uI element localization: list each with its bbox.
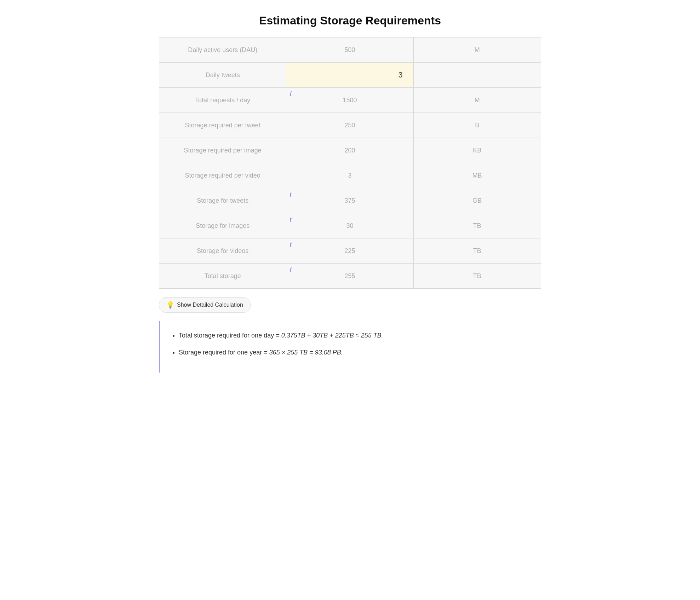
row-value: f255 <box>286 264 413 288</box>
table-row: Storage for videosf225TB <box>159 238 541 263</box>
value-text: 500 <box>344 46 355 54</box>
table-row: Storage for tweetsf375GB <box>159 188 541 213</box>
value-text: 250 <box>344 122 355 129</box>
page-title: Estimating Storage Requirements <box>159 14 541 27</box>
row-label: Storage required per image <box>159 138 286 163</box>
row-unit: TB <box>414 264 541 288</box>
table-row: Daily tweets3 <box>159 62 541 87</box>
row-unit: B <box>414 113 541 138</box>
row-unit: TB <box>414 213 541 238</box>
value-text: 200 <box>344 147 355 154</box>
formula-indicator: f <box>290 241 291 247</box>
row-value: f225 <box>286 238 413 263</box>
row-value: f375 <box>286 188 413 213</box>
value-text: 225 <box>344 247 355 255</box>
row-label: Storage for videos <box>159 238 286 263</box>
row-label: Storage for images <box>159 213 286 238</box>
value-text: 3 <box>348 172 351 179</box>
table-row: Storage required per video3MB <box>159 163 541 188</box>
row-value: 500 <box>286 38 413 62</box>
storage-table: Daily active users (DAU)500MDaily tweets… <box>159 37 541 289</box>
table-row: Total requests / dayf1500M <box>159 87 541 112</box>
row-value: f1500 <box>286 88 413 112</box>
detail-list-item: Total storage required for one day = 0.3… <box>179 330 530 341</box>
row-label: Total requests / day <box>159 88 286 112</box>
table-row: Storage required per image200KB <box>159 138 541 163</box>
detail-list: Total storage required for one day = 0.3… <box>172 330 530 358</box>
value-text: 30 <box>346 222 353 230</box>
row-unit: M <box>414 88 541 112</box>
detail-button-container: 💡 Show Detailed Calculation <box>159 297 541 313</box>
row-value[interactable]: 3 <box>286 63 413 87</box>
row-value: 3 <box>286 163 413 188</box>
row-unit: M <box>414 38 541 62</box>
lightbulb-icon: 💡 <box>166 301 174 309</box>
row-unit: TB <box>414 238 541 263</box>
row-label: Total storage <box>159 264 286 288</box>
table-row: Storage required per tweet250B <box>159 112 541 138</box>
row-unit: MB <box>414 163 541 188</box>
formula-indicator: f <box>290 191 291 197</box>
row-label: Storage required per video <box>159 163 286 188</box>
detail-button-label: Show Detailed Calculation <box>177 302 243 308</box>
value-text: 375 <box>344 197 355 204</box>
formula-indicator: f <box>290 91 291 97</box>
row-label: Daily active users (DAU) <box>159 38 286 62</box>
formula-indicator: f <box>290 266 291 272</box>
value-text: 3 <box>398 70 402 80</box>
row-label: Daily tweets <box>159 63 286 87</box>
row-value: f30 <box>286 213 413 238</box>
value-text: 1500 <box>343 97 357 104</box>
row-unit <box>414 63 541 87</box>
detail-panel: Total storage required for one day = 0.3… <box>159 321 541 373</box>
row-label: Storage for tweets <box>159 188 286 213</box>
detail-list-item: Storage required for one year = 365 × 25… <box>179 347 530 358</box>
table-row: Storage for imagesf30TB <box>159 213 541 238</box>
show-detail-button[interactable]: 💡 Show Detailed Calculation <box>159 297 251 313</box>
table-row: Total storagef255TB <box>159 263 541 289</box>
formula-indicator: f <box>290 216 291 222</box>
value-text: 255 <box>344 272 355 280</box>
row-unit: GB <box>414 188 541 213</box>
table-row: Daily active users (DAU)500M <box>159 37 541 62</box>
row-label: Storage required per tweet <box>159 113 286 138</box>
row-unit: KB <box>414 138 541 163</box>
row-value: 200 <box>286 138 413 163</box>
row-value: 250 <box>286 113 413 138</box>
